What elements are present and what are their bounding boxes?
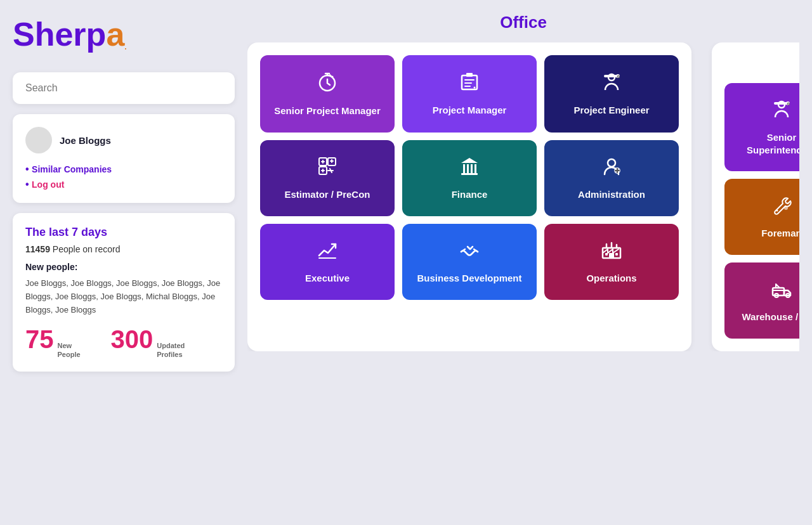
- svg-rect-14: [471, 164, 473, 173]
- project-manager-icon: [459, 71, 480, 98]
- executive-label: Executive: [305, 272, 350, 285]
- role-card-operations[interactable]: Operations: [544, 224, 679, 300]
- svg-rect-21: [609, 253, 614, 258]
- operations-label: Operations: [586, 272, 636, 285]
- foreman-icon: [771, 194, 792, 221]
- stats-counts: 75 New People 300 Updated Profiles: [25, 327, 222, 358]
- similar-companies-link[interactable]: Similar Companies: [32, 164, 112, 174]
- section-title: Office: [247, 13, 799, 32]
- right-panel: ⚙ Senior Superintendent Foreman Warehous…: [712, 42, 799, 351]
- role-card-warehouse-yard[interactable]: Warehouse / Yard: [724, 262, 799, 339]
- svg-text:⚙: ⚙: [787, 102, 790, 106]
- stats-record-count: 11459: [25, 244, 50, 254]
- user-row: Joe Bloggs: [25, 127, 222, 153]
- main-content: Office Senior Project Manager Project Ma…: [247, 13, 799, 372]
- project-engineer-label: Project Engineer: [573, 104, 649, 117]
- estimator-precon-label: Estimator / PreCon: [284, 188, 370, 201]
- new-count-number: 75: [25, 327, 54, 352]
- warehouse-yard-label: Warehouse / Yard: [742, 311, 799, 323]
- svg-point-17: [608, 159, 615, 167]
- right-cards: ⚙ Senior Superintendent Foreman Warehous…: [724, 83, 799, 339]
- svg-rect-12: [463, 164, 465, 173]
- svg-rect-13: [467, 164, 469, 173]
- senior-project-manager-label: Senior Project Manager: [274, 105, 381, 117]
- svg-rect-22: [605, 253, 608, 256]
- svg-rect-23: [615, 253, 618, 256]
- stats-record: 11459 People on record: [25, 244, 222, 254]
- stats-new-people-label: New people:: [25, 262, 222, 272]
- cards-grid: Senior Project Manager Project Manager ⚙…: [260, 55, 679, 300]
- svg-rect-16: [461, 173, 478, 175]
- role-card-foreman[interactable]: Foreman: [724, 179, 799, 255]
- stats-card: The last 7 days 11459 People on record N…: [13, 213, 235, 372]
- user-card: Joe Bloggs Similar Companies Log out: [13, 114, 235, 203]
- svg-point-4: [474, 87, 476, 89]
- role-card-project-manager[interactable]: Project Manager: [402, 55, 537, 133]
- logout-link[interactable]: Log out: [32, 179, 64, 190]
- senior-superintendent-label: Senior Superintendent: [732, 131, 799, 156]
- new-count-item: 75 New People: [25, 327, 96, 358]
- administration-icon: [601, 155, 622, 182]
- finance-label: Finance: [452, 188, 488, 201]
- svg-point-28: [776, 210, 778, 212]
- estimator-precon-icon: [317, 155, 338, 182]
- foreman-label: Foreman: [761, 227, 799, 240]
- cards-panel: Senior Project Manager Project Manager ⚙…: [247, 42, 691, 351]
- stats-record-label: People on record: [53, 244, 121, 254]
- logout-item[interactable]: Log out: [25, 179, 222, 190]
- role-card-senior-superintendent[interactable]: ⚙ Senior Superintendent: [724, 83, 799, 171]
- role-card-project-engineer[interactable]: ⚙ Project Engineer: [544, 55, 679, 133]
- logo-a: a: [106, 16, 124, 53]
- finance-icon: [459, 155, 480, 182]
- stats-names: Joe Bloggs, Joe Bloggs, Joe Bloggs, Joe …: [25, 277, 222, 316]
- svg-text:⚙: ⚙: [617, 75, 620, 79]
- logo-sherp: Sherp: [13, 16, 106, 53]
- user-name: Joe Bloggs: [60, 135, 111, 146]
- logo: Sherpa.: [13, 13, 235, 56]
- user-links: Similar Companies Log out: [25, 164, 222, 190]
- project-manager-label: Project Manager: [433, 104, 507, 117]
- stats-title: The last 7 days: [25, 226, 222, 239]
- role-card-senior-project-manager[interactable]: Senior Project Manager: [260, 55, 395, 133]
- project-engineer-icon: ⚙: [601, 71, 622, 98]
- senior-superintendent-icon: ⚙: [771, 98, 792, 125]
- business-development-label: Business Development: [417, 272, 521, 285]
- sidebar: Sherpa. Joe Bloggs Similar Companies Log…: [13, 13, 235, 372]
- updated-count-label: Updated Profiles: [157, 342, 195, 358]
- warehouse-yard-icon: [771, 278, 792, 304]
- avatar: [25, 127, 52, 153]
- business-development-icon: [459, 239, 480, 266]
- svg-point-29: [784, 206, 788, 210]
- role-card-business-development[interactable]: Business Development: [402, 224, 537, 300]
- svg-rect-3: [466, 73, 473, 77]
- search-input[interactable]: [25, 82, 222, 94]
- updated-count-item: 300 Updated Profiles: [111, 327, 195, 358]
- operations-icon: [601, 239, 622, 266]
- role-card-administration[interactable]: Administration: [544, 140, 679, 216]
- role-card-estimator-precon[interactable]: Estimator / PreCon: [260, 140, 395, 216]
- new-count-label: New People: [58, 342, 96, 358]
- administration-label: Administration: [578, 188, 645, 201]
- role-card-finance[interactable]: Finance: [402, 140, 537, 216]
- logo-dot: .: [124, 42, 126, 51]
- similar-companies-item[interactable]: Similar Companies: [25, 164, 222, 175]
- role-card-executive[interactable]: Executive: [260, 224, 395, 300]
- senior-project-manager-icon: [316, 70, 339, 98]
- search-box: [13, 72, 235, 104]
- updated-count-number: 300: [111, 327, 154, 352]
- svg-rect-15: [475, 164, 476, 173]
- executive-icon: [317, 239, 338, 266]
